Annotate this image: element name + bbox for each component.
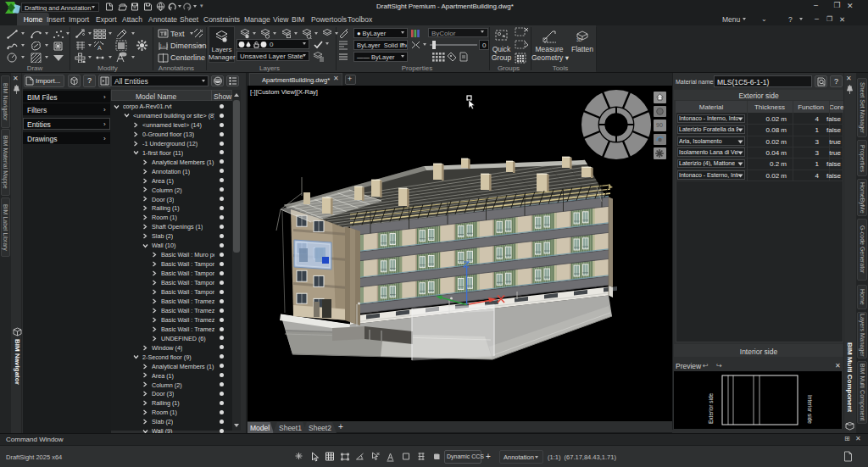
svg-text:Interior side: Interior side: [807, 395, 813, 424]
svg-text:A: A: [97, 45, 102, 51]
svg-text:Exterior side: Exterior side: [708, 392, 714, 424]
